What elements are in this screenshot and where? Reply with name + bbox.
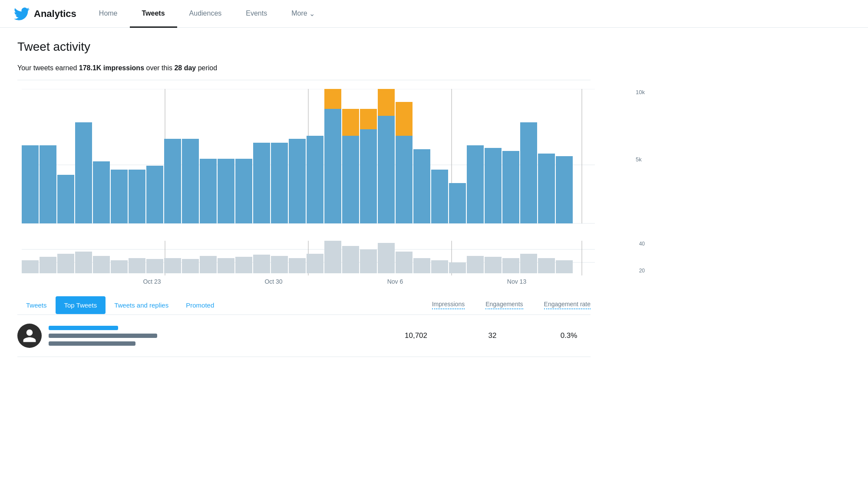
svg-rect-58 <box>182 259 199 273</box>
svg-rect-65 <box>307 254 323 273</box>
svg-rect-68 <box>360 249 377 273</box>
svg-rect-78 <box>538 258 555 273</box>
x-label-nov13: Nov 13 <box>456 278 578 285</box>
svg-rect-9 <box>57 175 74 223</box>
svg-rect-39 <box>502 151 519 223</box>
nav-item-home[interactable]: Home <box>87 0 130 28</box>
tab-tweets[interactable]: Tweets <box>17 296 56 314</box>
x-label-oct30: Oct 30 <box>213 278 334 285</box>
page-content: Tweet activity Your tweets earned 178.1K… <box>0 28 608 369</box>
svg-rect-38 <box>485 148 502 223</box>
page-title: Tweet activity <box>17 40 591 54</box>
tweet-line-blue <box>49 326 118 330</box>
svg-rect-41 <box>538 154 555 223</box>
svg-rect-51 <box>57 254 74 273</box>
svg-rect-24 <box>324 109 341 223</box>
svg-rect-63 <box>271 256 288 273</box>
y-label-10k: 10k <box>636 89 645 95</box>
nav-item-more[interactable]: More ⌄ <box>279 0 327 28</box>
tab-metrics: Impressions Engagements Engagement rate <box>432 295 591 314</box>
svg-rect-35 <box>431 170 448 223</box>
tweet-content <box>49 326 391 346</box>
svg-rect-19 <box>235 159 252 223</box>
x-label-oct23: Oct 23 <box>91 278 213 285</box>
svg-rect-11 <box>93 161 110 223</box>
sub-chart: 40 20 <box>17 241 625 275</box>
svg-rect-12 <box>111 170 128 223</box>
svg-rect-59 <box>200 256 217 273</box>
tweet-stats: 10,702 32 0.3% <box>391 331 591 340</box>
svg-rect-25 <box>324 89 341 109</box>
tab-promoted[interactable]: Promoted <box>177 296 223 314</box>
svg-rect-15 <box>164 139 181 223</box>
svg-rect-53 <box>93 256 110 273</box>
sub-chart-svg <box>22 241 608 275</box>
svg-rect-20 <box>253 143 270 223</box>
svg-rect-36 <box>449 183 466 223</box>
tab-tweets-replies[interactable]: Tweets and replies <box>106 296 177 314</box>
nav-item-events[interactable]: Events <box>234 0 279 28</box>
tweet-tabs: Tweets Top Tweets Tweets and replies Pro… <box>17 295 591 315</box>
svg-rect-56 <box>146 259 163 273</box>
nav-item-audiences[interactable]: Audiences <box>177 0 234 28</box>
metric-impressions: Impressions <box>432 301 465 309</box>
navigation: Analytics Home Tweets Audiences Events M… <box>0 0 868 28</box>
main-chart: 10k 5k <box>17 89 625 241</box>
avatar <box>17 324 42 348</box>
sub-y-label-40: 40 <box>639 241 645 247</box>
stat-engagement-rate: 0.3% <box>551 331 586 340</box>
nav-brand-label: Analytics <box>34 8 76 20</box>
svg-rect-14 <box>146 166 163 223</box>
svg-rect-74 <box>467 256 484 273</box>
svg-rect-16 <box>182 139 199 223</box>
svg-rect-28 <box>360 129 377 223</box>
sub-y-axis-labels: 40 20 <box>639 241 645 275</box>
summary-suffix: period <box>196 64 217 72</box>
svg-rect-67 <box>342 246 359 273</box>
svg-rect-72 <box>431 260 448 273</box>
chart-wrapper: 10k 5k 40 20 Oct 23 Oct 3 <box>17 89 625 285</box>
svg-rect-76 <box>502 258 519 273</box>
more-label: More <box>291 10 307 17</box>
svg-rect-42 <box>556 156 573 223</box>
svg-rect-55 <box>129 258 145 273</box>
svg-rect-7 <box>22 145 39 223</box>
svg-rect-21 <box>271 143 288 223</box>
nav-links: Home Tweets Audiences Events More ⌄ <box>87 0 327 27</box>
svg-rect-79 <box>556 260 573 273</box>
stat-impressions: 10,702 <box>399 331 433 340</box>
svg-rect-33 <box>396 102 413 136</box>
svg-rect-29 <box>360 109 377 129</box>
svg-rect-54 <box>111 260 128 273</box>
twitter-bird-icon <box>14 6 30 22</box>
tab-top-tweets[interactable]: Top Tweets <box>56 296 106 314</box>
svg-rect-17 <box>200 159 217 223</box>
nav-item-tweets[interactable]: Tweets <box>130 0 177 28</box>
svg-rect-73 <box>449 262 466 273</box>
bar-chart-svg <box>22 89 608 241</box>
svg-rect-61 <box>235 257 252 273</box>
x-axis-labels: Oct 23 Oct 30 Nov 6 Nov 13 <box>22 275 604 285</box>
svg-rect-26 <box>342 136 359 223</box>
metric-engagements: Engagements <box>485 301 523 309</box>
svg-rect-40 <box>520 122 537 223</box>
svg-rect-31 <box>378 89 395 116</box>
svg-rect-18 <box>218 159 234 223</box>
impressions-summary: Your tweets earned 178.1K impressions ov… <box>17 64 591 80</box>
svg-rect-60 <box>218 258 234 273</box>
summary-middle: over this <box>144 64 174 72</box>
summary-period: 28 day <box>174 64 196 72</box>
svg-rect-77 <box>520 254 537 273</box>
y-axis-labels: 10k 5k <box>636 89 645 223</box>
summary-prefix: Your tweets earned <box>17 64 79 72</box>
svg-rect-62 <box>253 255 270 273</box>
svg-rect-69 <box>378 243 395 273</box>
chevron-down-icon: ⌄ <box>309 10 315 18</box>
svg-rect-32 <box>396 136 413 223</box>
stat-engagements: 32 <box>475 331 510 340</box>
summary-impressions: 178.1K impressions <box>79 64 144 72</box>
svg-rect-49 <box>22 260 39 273</box>
svg-rect-22 <box>289 139 306 223</box>
svg-rect-57 <box>164 258 181 273</box>
nav-logo[interactable]: Analytics <box>14 6 76 22</box>
